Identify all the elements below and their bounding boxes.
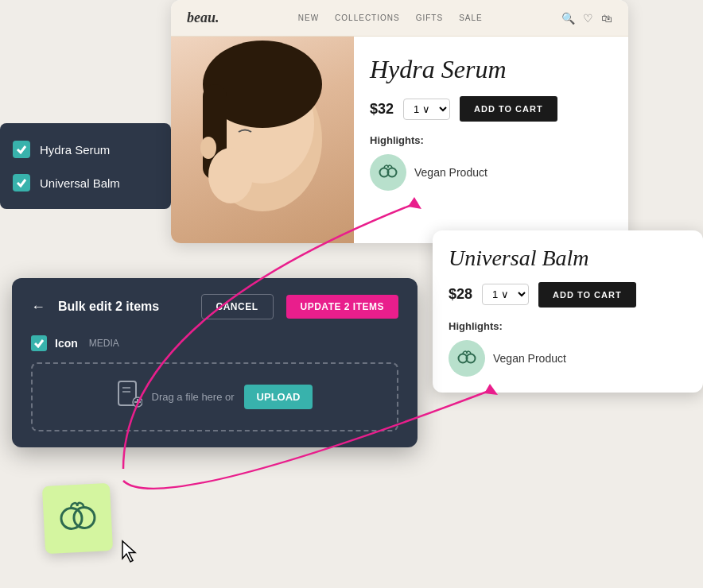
field-type-media: MEDIA: [89, 338, 119, 349]
product-card-hydra-serum: beau. NEW COLLECTIONS GIFTS SALE 🔍 ♡ 🛍: [171, 0, 628, 243]
highlights-label-2: Highlights:: [449, 320, 687, 332]
file-icon: [117, 380, 142, 414]
highlight-item-2: Vegan Product: [449, 340, 687, 377]
highlight-item: Vegan Product: [370, 154, 612, 191]
svg-rect-9: [239, 154, 245, 174]
back-arrow-icon[interactable]: ←: [31, 299, 45, 315]
product-price-row: $32 1 ∨ 2 3 ADD TO CART: [370, 96, 612, 122]
svg-rect-8: [231, 150, 237, 172]
vegan-icon-circle-2: [449, 340, 485, 377]
bulk-edit-panel: ← Bulk edit 2 items CANCEL UPDATE 2 ITEM…: [12, 278, 418, 447]
product-price-row-2: $28 1 ∨ 2 3 ADD TO CART: [449, 282, 687, 308]
svg-rect-6: [215, 156, 221, 176]
svg-point-4: [200, 137, 216, 159]
svg-point-23: [73, 507, 95, 528]
product-card-universal-balm: Universal Balm $28 1 ∨ 2 3 ADD TO CART H…: [433, 230, 703, 393]
shop-navigation: beau. NEW COLLECTIONS GIFTS SALE 🔍 ♡ 🛍: [171, 0, 628, 37]
cursor: [119, 540, 138, 568]
product-title-2: Universal Balm: [449, 246, 687, 271]
checkbox-hydra-serum[interactable]: [13, 141, 30, 158]
add-to-cart-button-1[interactable]: ADD TO CART: [460, 96, 557, 122]
product-image-hydra-serum: [171, 37, 354, 243]
nav-gifts[interactable]: GIFTS: [416, 14, 443, 22]
upload-area[interactable]: Drag a file here or UPLOAD: [31, 362, 398, 431]
field-checkbox-icon[interactable]: [31, 335, 47, 351]
wishlist-icon[interactable]: ♡: [583, 12, 593, 25]
sidebar-item-universal-balm[interactable]: Universal Balm: [13, 166, 158, 199]
sidebar-item-label: Hydra Serum: [40, 143, 110, 157]
highlights-section: Highlights: Vegan Product: [370, 134, 612, 191]
search-icon[interactable]: 🔍: [561, 12, 575, 25]
nav-links: NEW COLLECTIONS GIFTS SALE: [298, 14, 483, 22]
quantity-select-2[interactable]: 1 ∨ 2 3: [482, 284, 529, 305]
highlight-text-2: Vegan Product: [493, 352, 566, 365]
field-name-icon: Icon: [55, 337, 78, 350]
checkbox-universal-balm[interactable]: [13, 174, 30, 191]
product-content: Hydra Serum $32 1 ∨ 2 3 ADD TO CART High…: [171, 37, 628, 243]
nav-sale[interactable]: SALE: [459, 14, 483, 22]
nav-new[interactable]: NEW: [298, 14, 319, 22]
product-title: Hydra Serum: [370, 56, 612, 83]
field-row-icon: Icon MEDIA: [31, 335, 398, 351]
nav-collections[interactable]: COLLECTIONS: [335, 14, 400, 22]
nav-icon-group: 🔍 ♡ 🛍: [561, 12, 612, 25]
sidebar-item-hydra-serum[interactable]: Hydra Serum: [13, 133, 158, 166]
product-price: $32: [370, 101, 394, 118]
bulk-edit-header: ← Bulk edit 2 items CANCEL UPDATE 2 ITEM…: [31, 294, 398, 319]
highlight-text-1: Vegan Product: [414, 166, 487, 179]
cancel-button[interactable]: CANCEL: [201, 294, 274, 319]
product-details-hydra-serum: Hydra Serum $32 1 ∨ 2 3 ADD TO CART High…: [354, 37, 628, 243]
svg-rect-7: [223, 152, 229, 174]
cart-icon[interactable]: 🛍: [601, 12, 612, 25]
bulk-edit-title: Bulk edit 2 items: [58, 300, 188, 314]
add-to-cart-button-2[interactable]: ADD TO CART: [538, 282, 636, 308]
update-items-button[interactable]: UPDATE 2 ITEMS: [286, 295, 398, 319]
sidebar-checklist: Hydra Serum Universal Balm: [0, 123, 171, 209]
shop-logo: beau.: [187, 10, 219, 26]
product-price-2: $28: [449, 286, 472, 303]
highlights-label: Highlights:: [370, 134, 612, 146]
drag-text: Drag a file here or: [152, 391, 235, 403]
highlights-section-2: Highlights: Vegan Product: [449, 320, 687, 377]
quantity-select[interactable]: 1 ∨ 2 3: [403, 99, 450, 120]
vegan-sticker-floating: [42, 483, 113, 554]
vegan-icon-circle-1: [370, 154, 406, 191]
upload-button[interactable]: UPLOAD: [244, 385, 313, 409]
sidebar-item-label: Universal Balm: [40, 176, 120, 190]
product-face-image: [171, 37, 354, 243]
